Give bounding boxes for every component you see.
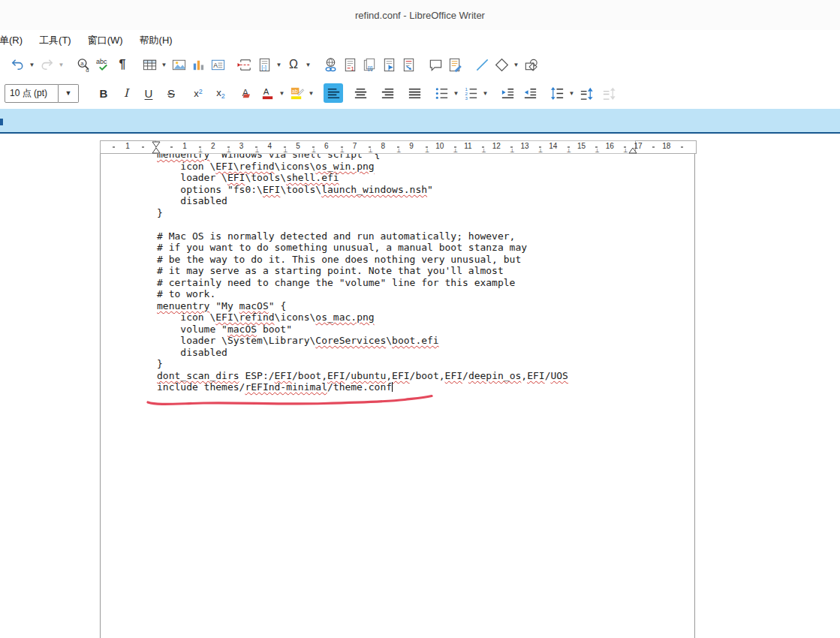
justify-button[interactable] [405,83,424,103]
tab-stop-marker[interactable]: ⊥ [369,148,373,153]
formatting-marks-icon[interactable]: ¶ [113,55,132,74]
special-character-dropdown[interactable]: ▼ [303,55,313,74]
ruler-number: 9 [409,143,414,150]
insert-text-box-icon[interactable]: A [208,55,227,74]
doc-line: options "fs0:\EFI\tools\launch_windows.n… [157,184,568,196]
insert-comment-icon[interactable] [426,55,445,74]
ruler-number: 3 [239,143,244,150]
decrease-paragraph-spacing-icon[interactable] [599,83,619,103]
align-center-button[interactable] [351,83,370,103]
spelling-icon[interactable]: abc [93,55,113,74]
tab-stop-marker[interactable]: ⊥ [538,148,543,153]
tab-stop-marker[interactable]: ⊥ [283,148,288,153]
ruler-left-margin-number: 1 [125,143,130,150]
horizontal-ruler[interactable]: 1 123456789101112131415161718⊥⊥⊥⊥⊥⊥⊥⊥⊥⊥⊥… [100,140,695,154]
tab-stop-marker[interactable]: ⊥ [567,148,571,153]
ruler-number: 16 [606,143,614,150]
ruler-number: 14 [549,143,557,150]
right-indent-marker[interactable] [628,147,637,154]
tab-stop-marker[interactable]: ⊥ [340,148,345,153]
redo-button[interactable] [37,55,56,74]
doc-line: # certainly need to change the "volume" … [157,277,568,289]
doc-line: # be the way to do it. This one does not… [157,254,568,266]
insert-table-icon[interactable] [140,55,159,74]
ruler-number: 13 [520,143,528,150]
cross-reference-icon[interactable] [399,55,418,74]
insert-endnote-icon[interactable]: [i] [360,55,379,74]
title-bar: refind.conf - LibreOffice Writer [0,0,840,30]
insert-field-dropdown[interactable]: ▼ [274,55,284,74]
svg-text:a: a [80,59,84,66]
info-bar-handle [0,119,3,125]
ruler-number: 8 [381,143,385,150]
ruler-number: 7 [353,143,357,150]
font-size-dropdown[interactable]: ▼ [59,84,79,103]
menu-item-window[interactable]: 窗口(W) [88,34,123,47]
align-left-button[interactable] [324,83,343,103]
insert-chart-icon[interactable] [188,55,208,74]
insert-page-break-icon[interactable] [235,55,254,74]
document-page[interactable]: menuentry "Windows via shell script" { i… [100,154,695,638]
tab-stop-marker[interactable]: ⊥ [482,148,486,153]
insert-image-icon[interactable] [169,55,188,74]
undo-dropdown[interactable]: ▼ [27,55,37,74]
line-spacing-icon[interactable] [547,83,567,103]
tab-stop-marker[interactable]: ⊥ [623,148,628,153]
tab-stop-marker[interactable]: ⊥ [227,148,231,153]
first-line-indent-marker[interactable] [152,141,161,154]
track-changes-icon[interactable] [445,55,465,74]
line-spacing-dropdown[interactable]: ▼ [567,83,577,103]
menu-item-tools[interactable]: 工具(T) [39,34,71,47]
increase-indent-icon[interactable] [498,83,517,103]
subscript-button[interactable]: x2 [211,83,230,103]
hyperlink-icon[interactable] [321,55,340,74]
tab-stop-marker[interactable]: ⊥ [255,148,260,153]
clear-formatting-icon[interactable]: A [238,83,257,103]
basic-shapes-icon[interactable] [492,55,511,74]
highlight-color-icon[interactable]: ab [287,83,306,103]
increase-paragraph-spacing-icon[interactable] [577,83,596,103]
tab-stop-marker[interactable]: ⊥ [396,148,401,153]
numbered-list-icon[interactable]: 123 [461,83,480,103]
insert-bookmark-icon[interactable] [379,55,399,74]
insert-line-icon[interactable] [472,55,492,74]
bullet-list-icon[interactable] [432,83,451,103]
italic-button[interactable]: I [116,83,136,103]
tab-stop-marker[interactable]: ⊥ [595,148,600,153]
bullet-list-dropdown[interactable]: ▼ [451,83,461,103]
special-character-icon[interactable]: Ω [284,55,303,74]
font-color-dropdown[interactable]: ▼ [277,83,287,103]
highlight-color-dropdown[interactable]: ▼ [306,83,316,103]
align-right-button[interactable] [378,83,397,103]
doc-line [157,218,568,230]
tab-stop-marker[interactable]: ⊥ [425,148,429,153]
svg-text:d: d [86,67,89,73]
tab-stop-marker[interactable]: ⊥ [453,148,458,153]
menu-item-help[interactable]: 帮助(H) [140,34,173,47]
numbered-list-dropdown[interactable]: ▼ [480,83,490,103]
decrease-indent-icon[interactable] [520,83,540,103]
undo-button[interactable] [8,55,27,74]
ruler-number: 10 [435,143,444,150]
insert-table-dropdown[interactable]: ▼ [159,55,169,74]
draw-functions-icon[interactable] [521,55,540,74]
ruler-number: 11 [464,143,471,150]
menu-item-menu[interactable]: 单(R) [0,34,23,47]
insert-footnote-icon[interactable]: 1 [340,55,360,74]
superscript-button[interactable]: x2 [188,83,208,103]
doc-line: # to work. [157,288,568,300]
font-color-icon[interactable]: A [257,83,277,103]
basic-shapes-dropdown[interactable]: ▼ [511,55,521,74]
insert-field-icon[interactable]: [-] [254,55,274,74]
underline-button[interactable]: U [139,83,158,103]
redo-dropdown[interactable]: ▼ [56,55,66,74]
find-replace-icon[interactable]: ad [74,55,93,74]
strikethrough-button[interactable]: S [161,83,181,103]
tab-stop-marker[interactable]: ⊥ [198,148,203,153]
doc-line: disabled [157,347,568,359]
tab-stop-marker[interactable]: ⊥ [312,148,316,153]
tab-stop-marker[interactable]: ⊥ [510,148,514,153]
bold-button[interactable]: B [94,83,113,103]
doc-line: # it may serve as a starting point. Note… [157,265,568,277]
font-size-input[interactable]: 10 点 (pt) [5,84,59,103]
